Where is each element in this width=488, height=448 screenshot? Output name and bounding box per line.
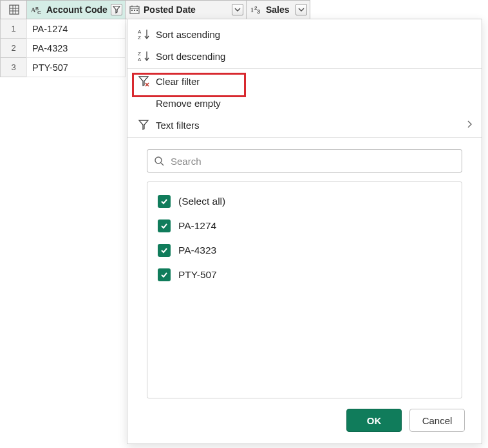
search-icon: [154, 156, 164, 166]
column-label: Account Code: [46, 5, 108, 15]
cell-account[interactable]: PA-4323: [26, 39, 126, 58]
cancel-button[interactable]: Cancel: [409, 409, 465, 432]
svg-point-26: [155, 157, 162, 163]
menu-sort-ascending[interactable]: AZ Sort ascending: [127, 23, 482, 45]
filter-dropdown-sales[interactable]: [296, 4, 307, 15]
checkbox-checked-icon: [158, 219, 171, 232]
svg-text:C: C: [37, 10, 41, 14]
filter-icon: [136, 119, 152, 131]
column-header-sales[interactable]: 123 Sales: [246, 0, 310, 19]
svg-text:1: 1: [250, 6, 254, 14]
search-box[interactable]: [147, 149, 462, 173]
option-label: (Select all): [178, 196, 225, 207]
menu-text-filters[interactable]: Text filters: [127, 114, 482, 136]
svg-text:3: 3: [257, 8, 260, 14]
filter-body: (Select all) PA-1274 PA-4323 PTY-507: [147, 149, 462, 398]
menu-label: Sort descending: [156, 51, 473, 62]
svg-text:Z: Z: [138, 35, 141, 40]
row-handle-header[interactable]: [0, 0, 27, 19]
search-input[interactable]: [169, 155, 455, 167]
menu-separator: [127, 68, 482, 69]
panel-footer: OK Cancel: [127, 398, 482, 443]
sort-desc-icon: ZA: [136, 50, 152, 62]
row-number[interactable]: 2: [0, 39, 27, 58]
option-label: PA-1274: [178, 220, 216, 232]
filter-options: (Select all) PA-1274 PA-4323 PTY-507: [147, 182, 462, 398]
column-label: Sales: [266, 5, 293, 15]
grid-header-row: ABC Account Code Posted Date 123 Sales: [0, 0, 488, 19]
filter-dropdown-posted[interactable]: [232, 4, 243, 15]
option-item[interactable]: PA-1274: [158, 216, 451, 236]
svg-rect-12: [131, 10, 133, 11]
chevron-down-icon: [298, 6, 305, 13]
menu-label: Sort ascending: [156, 29, 473, 40]
menu-remove-empty[interactable]: Remove empty: [127, 92, 482, 114]
ok-button[interactable]: OK: [346, 409, 402, 432]
cell-account[interactable]: PTY-507: [26, 58, 126, 77]
option-item[interactable]: PTY-507: [158, 265, 451, 285]
checkbox-checked-icon: [158, 195, 171, 208]
svg-rect-0: [10, 5, 19, 14]
chevron-down-icon: [234, 6, 241, 13]
column-header-account[interactable]: ABC Account Code: [26, 0, 126, 19]
sort-filter-menu: AZ Sort ascending ZA Sort descending Cle…: [127, 19, 482, 143]
option-label: PTY-507: [178, 269, 217, 281]
row-number[interactable]: 1: [0, 19, 27, 39]
svg-rect-13: [134, 10, 135, 11]
menu-label: Remove empty: [156, 98, 473, 109]
chevron-right-icon: [466, 120, 473, 131]
row-number[interactable]: 3: [0, 58, 27, 77]
option-select-all[interactable]: (Select all): [158, 191, 451, 212]
column-header-posted[interactable]: Posted Date: [125, 0, 247, 19]
filter-panel: AZ Sort ascending ZA Sort descending Cle…: [127, 19, 482, 444]
cell-account[interactable]: PA-1274: [26, 19, 126, 39]
menu-separator: [127, 137, 482, 138]
column-label: Posted Date: [144, 5, 229, 15]
sort-asc-icon: AZ: [136, 28, 152, 40]
table-icon: [9, 5, 19, 15]
menu-sort-descending[interactable]: ZA Sort descending: [127, 45, 482, 67]
filter-active-icon: [113, 6, 120, 14]
text-type-icon: ABC: [31, 5, 42, 14]
menu-label: Clear filter: [156, 76, 473, 87]
option-item[interactable]: PA-4323: [158, 240, 451, 261]
clear-filter-icon: [136, 75, 152, 87]
checkbox-checked-icon: [158, 268, 171, 281]
checkbox-checked-icon: [158, 244, 171, 257]
menu-label: Text filters: [156, 120, 466, 131]
svg-rect-14: [136, 10, 138, 11]
svg-text:A: A: [138, 57, 142, 62]
filter-dropdown-account[interactable]: [111, 4, 122, 15]
menu-clear-filter[interactable]: Clear filter: [127, 70, 482, 92]
date-type-icon: [129, 5, 140, 14]
svg-line-27: [161, 163, 164, 165]
svg-text:A: A: [138, 29, 142, 35]
number-type-icon: 123: [250, 5, 262, 14]
svg-text:Z: Z: [138, 51, 141, 57]
option-label: PA-4323: [178, 245, 216, 256]
